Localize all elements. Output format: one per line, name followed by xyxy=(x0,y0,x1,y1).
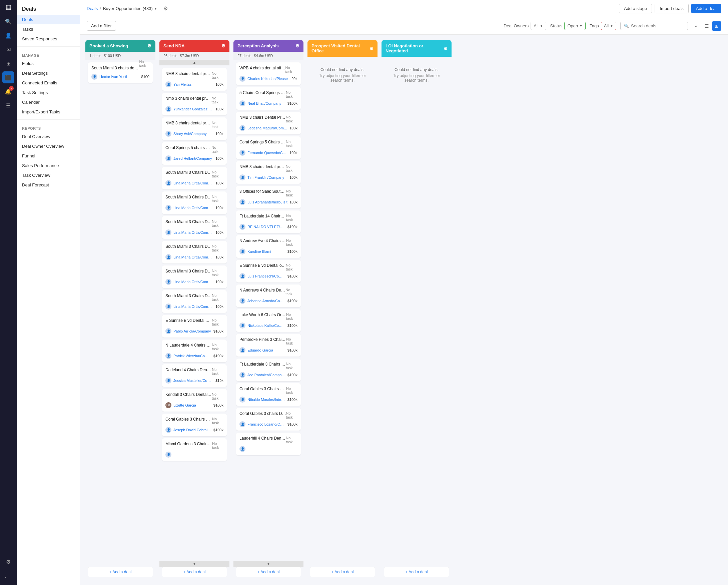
deal-card[interactable]: Dadeland 4 Chairs Dental ONo task👤Jessic… xyxy=(162,364,227,387)
deal-card[interactable]: N Andrews 4 Chairs DentalNo task👤Johanna… xyxy=(236,284,301,307)
deal-card[interactable]: South Miami 3 Chairs DentaNo task👤Lina M… xyxy=(162,265,227,288)
deal-card[interactable]: Lake Worth 6 Chairs Ortho PNo task👤Nicko… xyxy=(236,309,301,332)
deal-card[interactable]: South Miami 3 Chairs DentaNo task👤Lina M… xyxy=(162,290,227,313)
scroll-up-nda[interactable]: ▲ xyxy=(159,60,229,66)
deal-card[interactable]: Coral Springs 5 chairs dentNo task👤Jared… xyxy=(162,142,227,165)
toolbar: Add a filter Deal Owners All ▼ Status Op… xyxy=(80,17,728,35)
deal-card[interactable]: South Miami 3 Chairs DentaNo task👤Lina M… xyxy=(162,241,227,263)
nav-item-connected-emails[interactable]: Connected Emails xyxy=(17,78,80,88)
scroll-down-nda[interactable]: ▼ xyxy=(159,561,229,567)
nav-item-calendar[interactable]: Calendar xyxy=(17,97,80,107)
deal-amount: $100k xyxy=(287,101,297,105)
nav-item-fields[interactable]: Fields xyxy=(17,59,80,68)
search-box[interactable]: 🔍 xyxy=(620,22,688,30)
nav-item-sales-performance[interactable]: Sales Performance xyxy=(17,161,80,171)
avatar: 👤 xyxy=(165,131,172,137)
nav-item-tasks[interactable]: Tasks xyxy=(17,24,80,34)
header-settings-icon[interactable]: ⚙ xyxy=(163,5,168,12)
add-deal-col4[interactable]: + Add a deal xyxy=(310,567,375,577)
deal-card[interactable]: Kendall 3 Chairs Dental PraNo taskLGLize… xyxy=(162,389,227,412)
deal-card[interactable]: Coral Gables 3 Chairs DentaNo task👤Nibal… xyxy=(236,383,301,406)
deal-card[interactable]: Lauderhill 4 Chairs Dental PNo task👤 xyxy=(236,433,301,455)
deal-card[interactable]: N Lauderdale 4 Chairs 5 OPNo task👤Patric… xyxy=(162,339,227,362)
tags-select[interactable]: All ▼ xyxy=(601,22,616,30)
add-deal-col3[interactable]: + Add a deal xyxy=(236,567,301,577)
deal-name: South Miami 3 Chairs Denta xyxy=(165,244,212,249)
nav-item-funnel[interactable]: Funnel xyxy=(17,151,80,161)
add-deal-col1[interactable]: + Add a deal xyxy=(88,567,153,577)
deal-name: Miami Gardens 3 Chairs Den xyxy=(165,441,212,446)
deal-task: No task xyxy=(286,115,297,123)
sidebar-icon-bottom2[interactable]: ⋮⋮ xyxy=(2,570,14,582)
deal-card[interactable]: 5 Chairs Coral Springs DentNo task👤Neal … xyxy=(236,87,301,110)
deal-person: 👤Luis Franceschl/Compan$100k xyxy=(239,273,297,279)
deal-card[interactable]: Pembroke Pines 3 Chairs DeNo task👤Eduard… xyxy=(236,334,301,357)
nav-item-deal-forecast[interactable]: Deal Forecast xyxy=(17,180,80,190)
search-input[interactable] xyxy=(631,23,684,28)
nav-item-deal-settings[interactable]: Deal Settings xyxy=(17,68,80,78)
nav-item-deals[interactable]: Deals xyxy=(17,15,80,24)
deal-card[interactable]: E Sunrise Blvd Dental officeNo task👤Luis… xyxy=(236,260,301,282)
sidebar-icon-email[interactable]: ✉ xyxy=(2,43,14,55)
add-deal-col2[interactable]: + Add a deal xyxy=(162,567,227,577)
breadcrumb-current[interactable]: Buyer Opportunities (433) ▼ xyxy=(103,6,157,11)
col-settings-icon[interactable]: ⚙ xyxy=(148,43,151,48)
deal-card[interactable]: N Andrew Ave 4 Chairs 5 OFNo task👤Karoli… xyxy=(236,235,301,258)
nav-item-deal-owner-overview[interactable]: Deal Owner Overview xyxy=(17,142,80,151)
deal-card[interactable]: Coral Gables 3 chairs DentaNo task👤Franc… xyxy=(236,408,301,431)
deal-card[interactable]: Coral Springs 5 Chairs DentNo task👤Ferna… xyxy=(236,136,301,159)
sidebar-icon-deals[interactable]: ⬛ xyxy=(2,71,14,83)
col-settings-send-nda[interactable]: ⚙ xyxy=(222,43,226,48)
view-list-button[interactable]: ☰ xyxy=(702,21,711,31)
deal-person-name: Charles Krikorian/Please xyxy=(248,77,289,81)
deal-card[interactable]: NMB 3 chairs Dental PracticNo task👤Ledes… xyxy=(236,112,301,134)
add-stage-button[interactable]: Add a stage xyxy=(619,4,652,13)
nav-item-task-settings[interactable]: Task Settings xyxy=(17,88,80,97)
deal-task: No task xyxy=(212,269,224,277)
deal-card[interactable]: South Miami 3 Chairs DentaNo task👤Lina M… xyxy=(162,216,227,239)
deal-amount: $100k xyxy=(287,348,297,352)
deal-card[interactable]: South Miami 3 Chairs DentaNo task👤Lina M… xyxy=(162,167,227,189)
deal-card[interactable]: South Miami 3 chairs dental prac No task… xyxy=(88,62,153,83)
col-body-prospect: Could not find any deals. Try adjusting … xyxy=(308,57,378,567)
deal-card[interactable]: NMB 3 chairs dental practicNo task👤Yari … xyxy=(162,68,227,91)
deal-card[interactable]: Coral Gables 3 Chairs DentaNo task👤Josep… xyxy=(162,413,227,436)
sidebar-icon-settings[interactable]: ⚙ xyxy=(2,556,14,568)
deal-owners-select[interactable]: All ▼ xyxy=(530,22,546,30)
nav-item-saved-responses[interactable]: Saved Responses xyxy=(17,34,80,44)
view-kanban-button[interactable]: ⊞ xyxy=(712,21,721,31)
col-settings-loi[interactable]: ⚙ xyxy=(444,46,447,51)
add-deal-col5[interactable]: + Add a deal xyxy=(384,567,449,577)
deal-card[interactable]: Ft Lauderdale 14 Chairs DenNo task👤REINA… xyxy=(236,210,301,233)
nav-item-import-export[interactable]: Import/Export Tasks xyxy=(17,107,80,117)
breadcrumb-parent[interactable]: Deals xyxy=(87,6,98,11)
sidebar-icon-notifications[interactable]: 🔔 2 xyxy=(2,85,14,97)
add-filter-button[interactable]: Add a filter xyxy=(87,21,116,31)
deal-person: 👤Patrick Wierzba/Compan$100k xyxy=(165,353,224,359)
sidebar-icon-search[interactable]: 🔍 xyxy=(2,15,14,27)
deal-person-name: Tim Franklin/Company xyxy=(248,175,287,179)
deal-card[interactable]: NMB 3 chairs dental practicNo task👤Tim F… xyxy=(236,161,301,184)
status-select[interactable]: Open ▼ xyxy=(564,22,586,30)
add-deal-button[interactable]: Add a deal xyxy=(691,4,721,13)
sidebar-icon-person[interactable]: 👤 xyxy=(2,29,14,41)
deal-card[interactable]: South Miami 3 Chairs DentaNo task👤Lina M… xyxy=(162,192,227,214)
col-settings-perception[interactable]: ⚙ xyxy=(295,43,300,48)
nav-item-task-overview[interactable]: Task Overview xyxy=(17,171,80,180)
deal-card[interactable]: WPB 4 chairs dental officeNo task👤Charle… xyxy=(236,62,301,85)
deal-card[interactable]: NMB 3 chairs dental practicNo task👤Shary… xyxy=(162,118,227,140)
import-deals-button[interactable]: Import deals xyxy=(655,4,688,13)
view-checkmark-button[interactable]: ✓ xyxy=(692,21,701,31)
col-settings-prospect[interactable]: ⚙ xyxy=(369,46,373,51)
deal-name: WPB 4 chairs dental office xyxy=(239,66,285,70)
sidebar-icon-list[interactable]: ☰ xyxy=(2,99,14,111)
sidebar-icon-grid[interactable]: ⊞ xyxy=(2,57,14,69)
scroll-down-perception[interactable]: ▼ xyxy=(233,561,304,567)
deal-card[interactable]: 3 Offices for Sale: South MiaNo task👤Lui… xyxy=(236,186,301,208)
deal-card[interactable]: Miami Gardens 3 Chairs DenNo task👤 xyxy=(162,438,227,461)
deal-card[interactable]: Ft Lauderdale 3 Chairs PracNo task👤Joe P… xyxy=(236,359,301,381)
deal-card[interactable]: E Sunrise Blvd Dental OfficeNo task👤Pabl… xyxy=(162,315,227,337)
nav-item-deal-overview[interactable]: Deal Overview xyxy=(17,132,80,142)
deal-card[interactable]: Nmb 3 chairs dental practicNo task👤Yurix… xyxy=(162,93,227,116)
deal-task: No task xyxy=(212,170,224,178)
